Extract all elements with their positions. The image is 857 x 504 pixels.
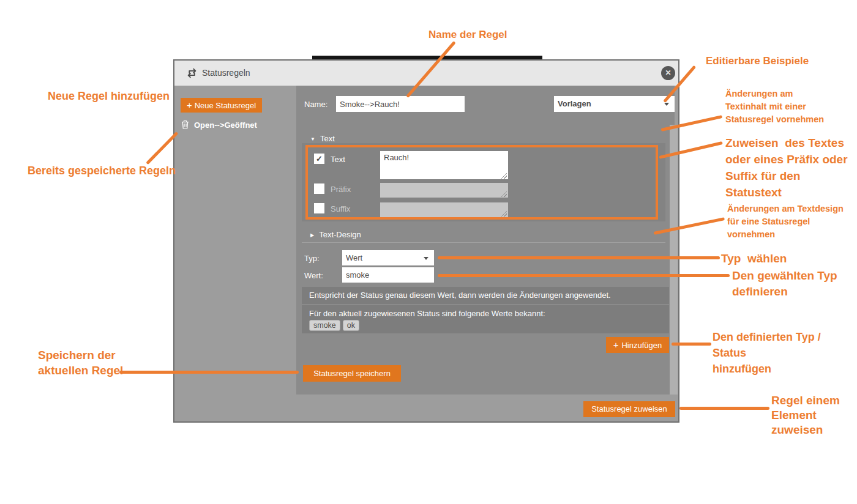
annotation-highlight-rect [305,145,658,220]
known-value-badge[interactable]: ok [343,320,359,331]
annotation-line-regel-zuweisen [679,407,769,410]
divider [302,242,665,243]
chevron-down-icon [664,103,669,106]
annotation-typ-definieren: Den gewählten Typ definieren [732,268,837,300]
dialog-title: Statusregeln [202,68,250,78]
annotation-typ-waehlen: Typ wählen [721,251,787,266]
templates-dropdown-value: Vorlagen [558,99,591,108]
annotation-line-typ [438,256,720,259]
rule-name-input[interactable] [336,96,465,112]
templates-dropdown[interactable]: Vorlagen [554,96,675,112]
info-match-text: Entspricht der Status genau diesem Wert,… [309,291,611,300]
annotation-bereits-gespeichert: Bereits gespeicherte Regeln [28,164,176,178]
saved-rule-label: Open-->Geöffnet [194,120,257,130]
assign-rule-label: Statusregel zuweisen [591,404,667,413]
annotation-speichern-regel: Speichern der aktuellen Regel [38,347,123,378]
statusregeln-dialog: Statusregeln ✕ +Neue Statusregel Open-->… [173,59,679,423]
typ-dropdown-value: Wert [346,253,362,262]
add-button[interactable]: +Hinzufügen [606,337,669,353]
annotation-typ-hinzufuegen: Den definierten Typ / Status hinzufügen [713,329,857,377]
name-label: Name: [304,100,327,109]
vertical-scrollbar[interactable] [670,125,678,395]
new-statusrule-button[interactable]: +Neue Statusregel [181,98,262,113]
annotation-textdesign: Änderungen am Textdesign für eine Status… [727,202,844,241]
annotation-textinhalt: Änderungen am Textinhalt mit einer Statu… [725,87,824,126]
collapse-triangle-icon: ▼ [310,136,315,142]
annotation-line-wert [438,274,730,277]
info-known-box: Für den aktuell zugewiesenen Status sind… [302,305,669,333]
typ-label: Typ: [304,254,320,263]
repeat-icon [185,67,198,82]
annotation-neue-regel: Neue Regel hinzufügen [48,89,170,103]
annotation-regel-zuweisen: Regel einem Element zuweisen [771,393,840,437]
close-button[interactable]: ✕ [661,66,675,80]
assign-rule-button[interactable]: Statusregel zuweisen [583,401,675,417]
plus-icon: + [613,339,619,350]
typ-dropdown[interactable]: Wert [342,250,434,265]
plus-icon: + [187,100,192,110]
new-statusrule-label: Neue Statusregel [195,101,256,110]
section-header-text[interactable]: ▼Text [310,134,335,143]
add-button-label: Hinzufügen [621,341,662,350]
expand-triangle-icon: ▶ [310,232,314,238]
info-known-text: Für den aktuell zugewiesenen Status sind… [309,309,669,318]
known-value-badge[interactable]: smoke [309,320,340,331]
annotation-zuweisen-text: Zuweisen des Textes oder eines Präfix od… [725,135,857,201]
saved-rule-item[interactable]: Open-->Geöffnet [181,120,291,131]
chevron-down-icon [424,257,428,260]
save-rule-button[interactable]: Statusregel speichern [303,365,401,382]
wert-label: Wert: [304,271,323,280]
section-text-label: Text [320,134,335,143]
close-icon: ✕ [665,69,671,77]
annotation-line-hinzufuegen [672,343,711,346]
section-design-label: Text-Design [319,230,361,239]
annotation-line-speichern [119,371,299,374]
rule-edit-panel: Name: Vorlagen ▼Text ✓ Text Rauch! Präfi… [296,86,675,395]
annotation-name-der-regel: Name der Regel [428,28,507,41]
info-match-box: Entspricht der Status genau diesem Wert,… [302,287,669,304]
annotation-editierbare-beispiele: Editierbare Beispiele [706,54,809,67]
trash-icon [181,120,189,129]
wert-input[interactable] [342,267,434,283]
save-rule-label: Statusregel speichern [313,369,391,378]
section-header-text-design[interactable]: ▶Text-Design [310,230,361,239]
